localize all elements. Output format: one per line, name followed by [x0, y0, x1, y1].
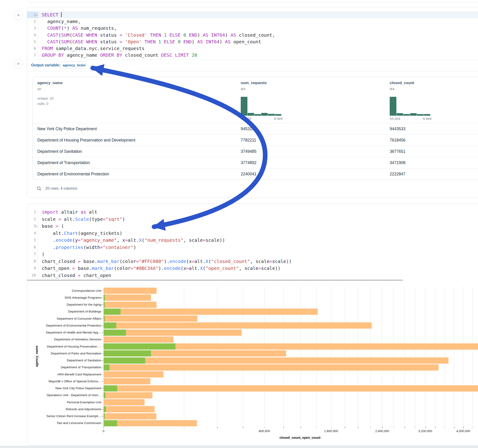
table-row[interactable]: Department of Sanitation37494853677651 — [33, 146, 478, 157]
sql-line-7[interactable]: 7GROUP BY agency_name ORDER BY closed_co… — [27, 52, 478, 59]
x-axis-tick — [463, 427, 464, 428]
chart-bar-closed[interactable] — [104, 364, 439, 371]
cell-value: 7618456 — [390, 135, 405, 146]
sql-text-1[interactable]: SELECT — [42, 12, 62, 18]
python-text-10[interactable]: chart_closed + chart_open — [42, 272, 111, 279]
chart-bar-closed[interactable] — [104, 316, 197, 322]
chart-bar-closed[interactable] — [104, 309, 318, 315]
sql-line-6[interactable]: 6FROM sample_data.nyc.service_requests — [27, 45, 478, 52]
chart-bar-closed[interactable] — [104, 406, 155, 412]
python-cell[interactable]: 1import altair as alt2scale = alt.Scale(… — [27, 204, 478, 445]
chart-bar-open[interactable] — [104, 322, 116, 329]
chart-bar-closed[interactable] — [104, 357, 448, 364]
python-line-9[interactable]: 9chart_open = base.mark_bar(color="#8BC3… — [27, 265, 478, 272]
token: ( — [58, 223, 64, 229]
token: . — [42, 244, 56, 250]
chart-bar-open[interactable] — [104, 357, 145, 364]
python-line-5[interactable]: 5 .encode(y="agency_name", x=alt.X("num_… — [27, 237, 478, 244]
sql-text-6[interactable]: FROM sample_data.nyc.service_requests — [42, 45, 145, 52]
sql-line-3[interactable]: 3 COUNT(*) AS num_requests, — [27, 25, 478, 31]
chart-bar-open[interactable] — [104, 413, 105, 419]
search-icon[interactable] — [37, 186, 42, 192]
chart-bar-closed[interactable] — [104, 385, 478, 392]
table-row[interactable]: Department of Environmental Protection22… — [33, 168, 478, 180]
chart-bar-open[interactable] — [104, 385, 117, 392]
python-line-7[interactable]: 7) — [27, 251, 478, 258]
sql-text-3[interactable]: COUNT(*) AS num_requests, — [42, 25, 117, 31]
python-line-3[interactable]: 3∨base = ( — [27, 223, 478, 230]
table-row[interactable]: Department of Housing Preservation and D… — [33, 134, 478, 146]
token: (color — [120, 259, 136, 264]
python-line-1[interactable]: 1import altair as alt — [27, 209, 478, 216]
chart-bar-open[interactable] — [104, 294, 105, 301]
fold-chevron-icon[interactable]: ∨ — [36, 223, 38, 230]
token: DESC — [161, 52, 172, 58]
chart-bar-closed[interactable] — [104, 371, 164, 378]
token — [161, 32, 164, 38]
x-tick-label: 1,600,000 — [324, 429, 338, 433]
python-text-1[interactable]: import altair as alt — [42, 209, 97, 216]
token: ELSE — [170, 32, 181, 38]
python-line-10[interactable]: 10chart_closed + chart_open — [27, 272, 478, 279]
fold-chevron-icon[interactable]: ∨ — [36, 12, 38, 19]
chart-bar-open[interactable] — [104, 302, 105, 308]
chart-bar-closed[interactable] — [104, 420, 197, 426]
python-text-7[interactable]: ) — [42, 251, 44, 258]
python-text-2[interactable]: scale = alt.Scale(type="sqrt") — [42, 216, 125, 223]
python-text-6[interactable]: .properties(width="container") — [42, 244, 136, 251]
sql-text-2[interactable]: agency_name, — [42, 18, 81, 25]
chart-bar-open[interactable] — [104, 392, 105, 398]
column-header-closed_count[interactable]: closed_count — [390, 81, 414, 85]
chart-bar-closed[interactable] — [104, 399, 145, 405]
token: . — [42, 237, 56, 243]
sql-text-7[interactable]: GROUP BY agency_name ORDER BY closed_cou… — [42, 52, 197, 59]
sql-text-4[interactable]: CAST(SUM(CASE WHEN status = 'Closed' THE… — [42, 32, 275, 38]
chart-bar-closed[interactable] — [104, 288, 157, 294]
output-variable-pill[interactable]: agency_tickets — [60, 62, 86, 69]
chart-bar-closed[interactable] — [104, 392, 152, 398]
sql-line-4[interactable]: 4 CAST(SUM(CASE WHEN status = 'Closed' T… — [27, 32, 478, 38]
chart-bar-closed[interactable] — [104, 322, 372, 329]
chart-bar-closed[interactable] — [104, 302, 157, 308]
y-axis-tick — [102, 346, 103, 347]
chart-bar-open[interactable] — [104, 316, 105, 322]
chart-bar-closed[interactable] — [104, 413, 156, 419]
chart-bar-open[interactable] — [104, 406, 106, 412]
column-header-num_requests[interactable]: num_requests — [241, 81, 267, 85]
chart-bar-open[interactable] — [104, 364, 110, 371]
python-code-editor[interactable]: 1import altair as alt2scale = alt.Scale(… — [27, 204, 478, 280]
sql-line-5[interactable]: 5 CAST(SUM(CASE WHEN status = 'Open' THE… — [27, 38, 478, 45]
chart-bar-open[interactable] — [104, 330, 126, 336]
token: ( — [208, 259, 211, 264]
chart-bar-open[interactable] — [104, 350, 151, 356]
chart-bar-closed[interactable] — [104, 336, 173, 343]
chart-bar-closed[interactable] — [104, 294, 151, 301]
python-line-8[interactable]: 8chart_closed = base.mark_bar(color="#FF… — [27, 258, 478, 265]
python-line-4[interactable]: 4 alt.Chart(agency_tickets) — [27, 230, 478, 237]
column-header-agency_name[interactable]: agency_name — [37, 81, 63, 85]
sql-cell[interactable]: 1∨SELECT 2 agency_name,3 COUNT(*) AS num… — [27, 7, 478, 198]
python-gutter-3: 3 — [27, 223, 36, 230]
sql-line-1[interactable]: 1∨SELECT — [27, 12, 478, 18]
token: ( — [58, 32, 61, 38]
add-cell-button-top[interactable]: + — [14, 11, 23, 20]
python-text-8[interactable]: chart_closed = base.mark_bar(color="#FFC… — [42, 258, 292, 265]
token: , scale — [183, 237, 203, 243]
chart-bar-closed[interactable] — [104, 378, 150, 384]
sql-code-editor[interactable]: 1∨SELECT 2 agency_name,3 COUNT(*) AS num… — [27, 7, 478, 60]
python-line-2[interactable]: 2scale = alt.Scale(type="sqrt") — [27, 216, 478, 223]
python-text-9[interactable]: chart_open = base.mark_bar(color="#8BC34… — [42, 265, 281, 272]
table-row[interactable]: Department of Transportation377489234719… — [33, 157, 478, 168]
sql-text-5[interactable]: CAST(SUM(CASE WHEN status = 'Open' THEN … — [42, 38, 261, 45]
python-line-6[interactable]: 6 .properties(width="container") — [27, 244, 478, 251]
table-row[interactable]: New York City Police Department945313194… — [33, 123, 478, 135]
cell-value: 9443533 — [390, 123, 405, 135]
sql-line-2[interactable]: 2 agency_name, — [27, 18, 478, 25]
chart-bar-open[interactable] — [104, 309, 121, 315]
add-cell-button-output[interactable]: + — [14, 59, 23, 69]
python-text-4[interactable]: alt.Chart(agency_tickets) — [42, 230, 122, 237]
python-text-3[interactable]: base = ( — [42, 223, 64, 230]
python-text-5[interactable]: .encode(y="agency_name", x=alt.X("num_re… — [42, 237, 225, 244]
chart-bar-open[interactable] — [104, 343, 176, 350]
chart-bar-open[interactable] — [104, 420, 117, 426]
